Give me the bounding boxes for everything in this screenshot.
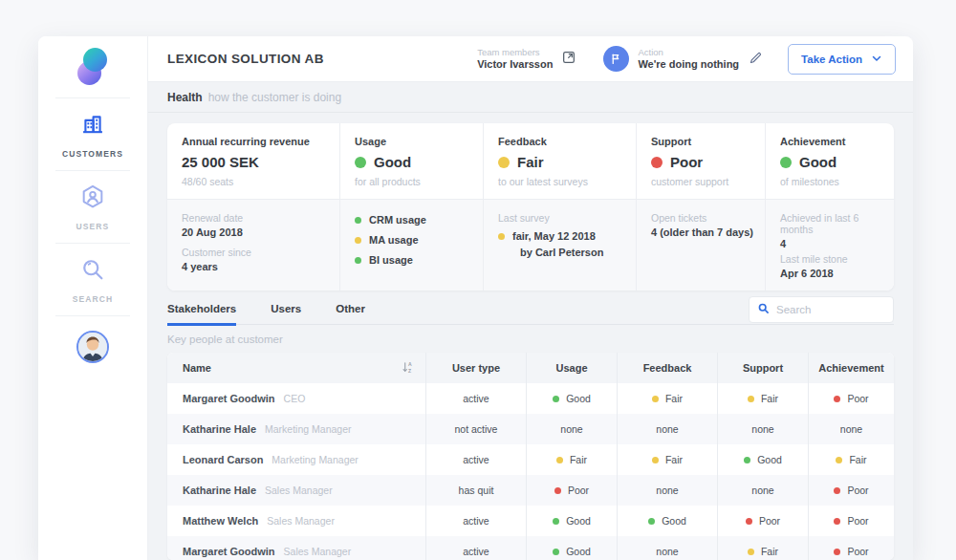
sidebar-item-customers[interactable]: CUSTOMERS	[62, 111, 123, 159]
edit-action-button[interactable]	[749, 51, 763, 68]
table-row[interactable]: Matthew WelchSales Manager active Good G…	[167, 506, 894, 536]
status-dot	[780, 157, 792, 168]
status-dot	[553, 396, 559, 402]
status-dot	[355, 237, 361, 244]
tab-users[interactable]: Users	[271, 303, 301, 324]
card-sub: to our latest surveys	[498, 176, 626, 187]
action-block: Action We're doing nothing	[638, 47, 739, 72]
detail-value: 4 years	[182, 261, 330, 272]
user-hexagon-icon	[79, 183, 106, 214]
product-usage-detail: CRM usage MA usage BI usage	[339, 200, 483, 291]
person-role: CEO	[284, 393, 306, 404]
app-logo[interactable]	[75, 48, 111, 86]
support-cell: Fair	[717, 536, 808, 560]
table-row[interactable]: Margaret GoodwinSales Manager active Goo…	[167, 536, 894, 560]
detail-value: 20 Aug 2018	[182, 226, 330, 238]
person-name: Leonard Carson	[183, 454, 263, 465]
detail-label: Customer since	[182, 247, 330, 258]
detail-label: Open tickets	[651, 212, 755, 224]
building-icon	[79, 111, 106, 141]
sidebar-item-search[interactable]: SEARCH	[73, 256, 114, 304]
status-dot	[498, 233, 505, 240]
status-dot	[554, 487, 561, 494]
detail-label: Renewal date	[182, 212, 330, 224]
support-cell: Poor	[717, 506, 808, 536]
tabs-bar: Stakeholders Users Other	[167, 303, 894, 325]
person-role: Marketing Manager	[272, 454, 358, 465]
flag-icon	[603, 46, 629, 72]
card-label: Usage	[355, 136, 473, 147]
survey-author: by Carl Peterson	[512, 245, 603, 261]
status-dot	[556, 457, 563, 463]
status-dot	[744, 457, 750, 463]
detail-label: Last survey	[498, 212, 626, 224]
feedback-cell: Good	[617, 506, 717, 536]
product-usage-item: MA usage	[355, 234, 473, 246]
card-label: Feedback	[498, 136, 626, 147]
user-type-cell: has quit	[425, 475, 526, 506]
health-title: Health	[167, 91, 203, 104]
feedback-cell: none	[617, 475, 717, 506]
header-actions: Team members Victor Ivarsson Action We'r…	[477, 44, 896, 75]
person-role: Sales Manager	[267, 515, 335, 527]
usage-cell: Poor	[526, 475, 617, 506]
action-label: Action	[638, 47, 739, 58]
status-dot	[651, 157, 663, 168]
sidebar-item-users[interactable]: USERS	[76, 183, 110, 231]
sidebar-divider	[55, 315, 130, 316]
status-dot	[648, 518, 655, 525]
status-dot	[553, 518, 559, 525]
health-subtitle: how the customer is doing	[208, 91, 341, 104]
health-detail-row: Renewal date 20 Aug 2018 Customer since …	[167, 199, 894, 291]
health-card-feedback: Feedback Fair to our latest surveys	[483, 123, 636, 199]
user-type-cell: active	[425, 444, 526, 475]
column-header-name[interactable]: Name AZ	[167, 353, 425, 383]
column-header-achievement[interactable]: Achievement	[808, 353, 894, 383]
tab-stakeholders[interactable]: Stakeholders	[167, 303, 236, 326]
product-usage-item: CRM usage	[355, 214, 473, 226]
feedback-cell: none	[617, 536, 717, 560]
table-row[interactable]: Katharine HaleSales Manager has quit Poo…	[167, 475, 894, 506]
person-role: Marketing Manager	[265, 423, 351, 435]
table-row[interactable]: Leonard CarsonMarketing Manager active F…	[167, 444, 894, 475]
svg-text:Z: Z	[408, 367, 411, 373]
column-header-feedback[interactable]: Feedback	[617, 353, 717, 383]
usage-cell: Good	[526, 536, 617, 560]
take-action-label: Take Action	[801, 54, 862, 65]
user-type-cell: active	[425, 506, 526, 536]
feedback-cell: Fair	[617, 383, 717, 414]
section-label: Key people at customer	[167, 334, 894, 345]
person-role: Sales Manager	[265, 485, 333, 496]
achievement-detail: Achieved in last 6 months 4 Last mile st…	[765, 200, 894, 291]
search-input[interactable]	[776, 304, 885, 315]
team-members-value: Victor Ivarsson	[477, 58, 553, 72]
usage-cell: none	[526, 414, 617, 444]
detail-label: Last mile stone	[780, 253, 884, 265]
detail-value: 4 (older than 7 days)	[651, 226, 755, 238]
search-box	[749, 296, 894, 323]
product-usage-item: BI usage	[355, 254, 473, 266]
card-sub: of milestones	[780, 176, 884, 187]
achievement-cell: Poor	[808, 536, 894, 560]
sort-icon[interactable]: AZ	[402, 361, 414, 376]
column-header-user-type[interactable]: User type	[425, 353, 526, 383]
achievement-cell: Poor	[808, 383, 894, 414]
take-action-button[interactable]: Take Action	[788, 44, 896, 75]
column-header-support[interactable]: Support	[717, 353, 808, 383]
table-row[interactable]: Katharine HaleMarketing Manager not acti…	[167, 414, 894, 444]
health-card: Annual recurring revenue 25 000 SEK 48/6…	[167, 123, 894, 291]
support-cell: Fair	[717, 383, 808, 414]
open-team-members-button[interactable]	[561, 50, 576, 68]
status-dot	[836, 457, 842, 463]
card-value: Good	[374, 154, 411, 170]
status-dot	[834, 549, 840, 555]
column-header-usage[interactable]: Usage	[526, 353, 617, 383]
person-name: Matthew Welch	[183, 515, 258, 527]
user-type-cell: active	[425, 383, 526, 414]
tab-other[interactable]: Other	[336, 303, 365, 324]
person-name: Margaret Goodwin	[183, 393, 275, 404]
health-summary-row: Annual recurring revenue 25 000 SEK 48/6…	[167, 123, 894, 199]
team-members-label: Team members	[477, 47, 553, 58]
table-row[interactable]: Margaret GoodwinCEO active Good Fair Fai…	[167, 383, 894, 414]
user-avatar[interactable]	[76, 331, 109, 363]
